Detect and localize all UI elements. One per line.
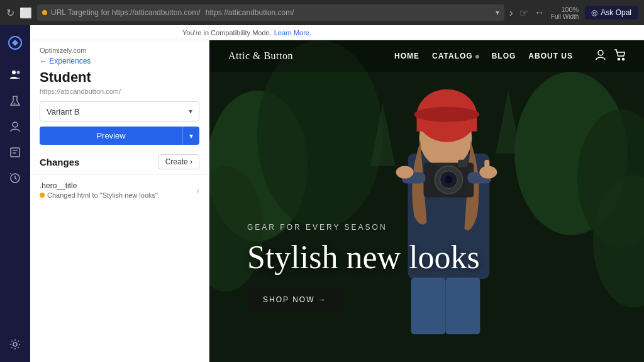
browser-right: › ☞ ↔ 100% Full Width ◎ Ask Opal: [509, 6, 638, 20]
cursor-icon[interactable]: ☞: [519, 7, 528, 19]
zoom-display: 100% Full Width: [551, 6, 579, 20]
svg-rect-6: [13, 150, 18, 151]
nav-link-blog[interactable]: BLOG: [492, 52, 516, 60]
url-label: URL Targeting for https://atticandbutton…: [51, 8, 200, 17]
preview-dropdown-button[interactable]: ▾: [182, 127, 199, 145]
nav-link-catalog[interactable]: CATALOG: [432, 52, 479, 60]
change-selector: .hero__title: [40, 181, 160, 190]
change-dot: [40, 193, 45, 198]
sidebar-item-history[interactable]: [4, 167, 26, 189]
ask-opal-label: Ask Opal: [601, 8, 631, 17]
sidebar-item-people[interactable]: [4, 64, 26, 86]
change-description: Changed html to "Stylish new looks".: [40, 191, 160, 199]
extensions-icon[interactable]: ⬜: [19, 7, 32, 19]
url-targeting-text: URL Targeting for https://atticandbutton…: [51, 8, 294, 17]
variant-select-wrapper: Variant B ▾: [40, 101, 199, 122]
site-logo[interactable]: Attic & Button: [228, 50, 293, 62]
sidebar-item-settings[interactable]: [4, 333, 26, 356]
svg-point-2: [17, 71, 20, 74]
change-info: .hero__title Changed html to "Stylish ne…: [40, 181, 160, 199]
hero-section: Attic & Button HOME CATALOG BLOG ABOUT U…: [209, 40, 644, 362]
brand-name: Optimizely.com: [40, 47, 86, 54]
site-nav: Attic & Button HOME CATALOG BLOG ABOUT U…: [209, 40, 644, 72]
back-link[interactable]: ← Experiences: [40, 57, 199, 65]
zoom-level: 100%: [551, 6, 579, 13]
change-chevron-icon: ›: [196, 185, 199, 195]
back-label: ← Experiences: [40, 57, 91, 65]
variant-arrow-icon: ▾: [189, 107, 192, 116]
sidebar-panel: Optimizely.com ← Experiences Student htt…: [30, 40, 209, 362]
sidebar-top: Optimizely.com ← Experiences Student htt…: [30, 40, 209, 154]
svg-rect-26: [458, 160, 467, 167]
forward-icon[interactable]: ›: [509, 6, 513, 20]
hero-subtitle: GEAR FOR EVERY SEASON: [247, 223, 480, 232]
nav-links: HOME CATALOG BLOG ABOUT US: [394, 49, 625, 63]
change-desc-text: Changed html to "Stylish new looks".: [47, 191, 160, 199]
nav-link-about[interactable]: ABOUT US: [528, 52, 573, 60]
opal-icon: ◎: [591, 8, 597, 17]
create-label: Create ›: [165, 157, 192, 166]
changes-header: Changes Create ›: [30, 154, 209, 174]
svg-point-34: [598, 50, 603, 55]
refresh-icon[interactable]: ↻: [6, 7, 14, 19]
svg-point-9: [13, 342, 17, 346]
browser-bar: ↻ ⬜ URL Targeting for https://atticandbu…: [0, 0, 644, 25]
ask-opal-button[interactable]: ◎ Ask Opal: [585, 6, 638, 20]
address-bar[interactable]: URL Targeting for https://atticandbutton…: [37, 4, 504, 21]
svg-point-3: [14, 103, 16, 105]
hero-content: GEAR FOR EVERY SEASON Stylish new looks …: [247, 223, 480, 312]
optimizely-logo: Optimizely.com: [40, 47, 199, 54]
svg-point-21: [414, 107, 480, 122]
expand-width-icon[interactable]: ↔: [535, 7, 545, 18]
svg-point-35: [618, 59, 620, 60]
learn-more-link[interactable]: Learn More.: [274, 29, 311, 37]
catalog-dot: [475, 55, 479, 59]
hero-image-svg: [209, 40, 644, 362]
svg-rect-7: [13, 152, 16, 154]
preview-button[interactable]: Preview: [40, 127, 182, 145]
left-nav: [0, 25, 30, 362]
experiment-title: Student: [40, 69, 199, 86]
compat-message: You're in Compatibility Mode.: [182, 29, 272, 37]
nav-icon-logo: [4, 31, 26, 54]
hero-title: Stylish new looks: [247, 239, 480, 275]
change-item[interactable]: .hero__title Changed html to "Stylish ne…: [30, 174, 209, 205]
url-full: https://atticandbutton.com/: [206, 8, 294, 17]
svg-point-25: [445, 176, 452, 184]
create-button[interactable]: Create ›: [158, 154, 199, 169]
sidebar-item-profile[interactable]: [4, 115, 26, 138]
nav-utility-icons: [595, 49, 625, 63]
compat-bar: You're in Compatibility Mode. Learn More…: [0, 25, 644, 40]
main-layout: Optimizely.com ← Experiences Student htt…: [0, 40, 644, 362]
full-width-label: Full Width: [551, 13, 579, 20]
sidebar-item-experiments[interactable]: [4, 89, 26, 112]
sidebar-item-pages[interactable]: [4, 141, 26, 164]
svg-point-29: [396, 166, 414, 179]
cart-icon[interactable]: [614, 49, 625, 63]
url-expand-icon[interactable]: ▾: [496, 8, 499, 17]
account-icon[interactable]: [595, 49, 606, 63]
variant-label: Variant B: [47, 107, 80, 116]
svg-point-36: [623, 59, 625, 60]
svg-point-1: [12, 71, 16, 74]
url-status-dot: [42, 10, 47, 15]
preview-btn-wrapper: Preview ▾: [40, 127, 199, 145]
browser-controls: ↻ ⬜: [6, 7, 32, 19]
shop-now-button[interactable]: SHOP NOW →: [247, 288, 343, 312]
nav-link-home[interactable]: HOME: [394, 52, 419, 60]
svg-point-4: [13, 122, 18, 127]
changes-title: Changes: [40, 157, 79, 167]
website-preview: Attic & Button HOME CATALOG BLOG ABOUT U…: [209, 40, 644, 362]
variant-select[interactable]: Variant B ▾: [40, 101, 199, 122]
experiment-url: https://atticandbutton.com/: [40, 88, 199, 95]
svg-rect-31: [484, 160, 489, 174]
